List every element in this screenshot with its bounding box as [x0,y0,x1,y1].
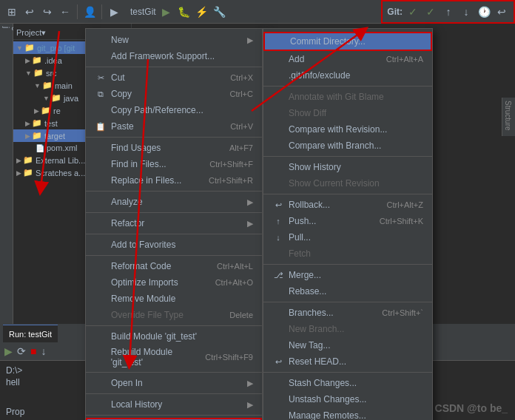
reformat-shortcut: Ctrl+Alt+L [217,262,253,271]
menu-label-new-tag: New Tag... [289,340,330,350]
menu-item-gitignore[interactable]: .git/info/exclude [263,67,432,84]
tree-label-scratches: Scratches a... [36,169,85,177]
menu-item-commit-dir[interactable]: Commit Directory... [263,32,432,51]
refactor-icon [95,217,107,229]
menu-item-pull[interactable]: ↓Pull... [263,229,432,245]
menu-item-compare-branch[interactable]: Compare with Branch... [263,138,432,154]
structure-panel[interactable]: Structure [502,98,515,136]
menu-item-show-history[interactable]: Show History [263,159,432,175]
menu-label-find-usages: Find Usages [111,143,161,153]
tree-arrow-src: ▼ [25,70,32,77]
menu-item-favorites[interactable]: Add to Favorites [86,237,262,253]
menu-label-manage-remotes: Manage Remotes... [289,410,366,420]
menu-item-copy[interactable]: ⧉Copy Ctrl+C [86,86,262,102]
menu-item-open-in[interactable]: Open In ▶ [86,375,262,391]
toolbar-icon-4[interactable]: ← [58,4,73,19]
menu-item-fetch: Fetch [263,245,432,262]
menu-item-new-branch: New Branch... [263,321,432,337]
menu-item-add[interactable]: Add Ctrl+Alt+A [263,51,432,67]
menu-arrow-open-in: ▶ [247,379,253,388]
folder-icon-test: 📁 [32,118,42,128]
git-icon-2[interactable]: ✓ [423,4,438,19]
local-history-icon [95,399,107,410]
menu-label-copy: Copy [111,89,132,99]
menu-item-new-tag[interactable]: New Tag... [263,337,432,353]
menu-item-replace-files[interactable]: Replace in Files... Ctrl+Shift+R [86,172,262,189]
menu-item-rebase[interactable]: Rebase... [263,283,432,299]
new-tag-icon [272,339,284,351]
optimize-shortcut: Ctrl+Alt+O [215,278,253,287]
menu-item-local-history[interactable]: Local History ▶ [86,396,262,413]
menu-item-refactor[interactable]: Refactor ▶ [86,215,262,231]
structure-label: Structure [502,98,514,134]
paste-shortcut: Ctrl+V [230,122,253,131]
menu-item-branches[interactable]: Branches... Ctrl+Shift+` [263,305,432,321]
run-icon-4[interactable]: ↓ [41,345,46,357]
folder-icon-src: 📁 [33,68,44,78]
menu-item-new[interactable]: New ▶ [86,32,262,48]
toolbar-icon-1[interactable]: ⊞ [4,4,19,19]
run-tab-run[interactable]: Run: testGit [3,325,58,342]
menu-item-manage-remotes[interactable]: Manage Remotes... [263,407,432,420]
menu-item-build[interactable]: Build Module 'git_test' [86,328,262,345]
git-icon-1[interactable]: ✓ [405,4,420,19]
new-branch-icon [272,323,284,335]
run-play-btn[interactable]: ▶ [4,345,13,357]
replace-files-shortcut: Ctrl+Shift+R [209,176,253,185]
menu-label-reformat: Reformat Code [111,261,171,271]
run-tab-label: Run: [9,330,26,339]
menu-item-push[interactable]: ↑Push... Ctrl+Shift+K [263,213,432,229]
run-stop-btn[interactable]: ■ [30,345,36,357]
menu-label-unstash: Unstash Changes... [289,394,366,404]
favorites-icon [95,239,107,251]
menu-item-reset-head[interactable]: ↩Reset HEAD... [263,353,432,370]
watermark: CSDN @to be_ [435,402,508,414]
menu-label-stash: Stash Changes... [289,378,357,388]
git-icon-6[interactable]: ↩ [494,4,509,19]
menu-item-merge[interactable]: ⎇Merge... [263,267,432,283]
menu-item-paste[interactable]: 📋Paste Ctrl+V [86,118,262,135]
menu-item-remove-module[interactable]: Remove Module [86,291,262,307]
git-icon-3[interactable]: ↑ [441,4,456,19]
menu-label-remove-module: Remove Module [111,294,175,304]
menu-label-copy-path: Copy Path/Reference... [111,105,203,115]
tree-arrow-git-pro: ▼ [16,44,23,52]
context-menu-right: Commit Directory... Add Ctrl+Alt+A .git/… [263,28,433,420]
menu-item-analyze[interactable]: Analyze ▶ [86,194,262,210]
run-icon-2[interactable]: ⟳ [17,345,26,357]
menu-label-show-diff: Show Diff [289,108,326,118]
menu-item-compare-revision[interactable]: Compare with Revision... [263,121,432,138]
folder-icon-main: 📁 [42,81,53,90]
menu-label-rollback: Rollback... [289,200,330,210]
git-icon-5[interactable]: 🕐 [477,4,491,19]
toolbar-icon-3[interactable]: ↪ [40,4,55,19]
menu-label-override: Override File Type [111,310,184,320]
git-icon-4[interactable]: ↓ [459,4,474,19]
toolbar-icon-5[interactable]: 👤 [82,4,97,19]
menu-item-find-files[interactable]: Find in Files... Ctrl+Shift+F [86,156,262,172]
menu-item-reformat[interactable]: Reformat Code Ctrl+Alt+L [86,258,262,274]
toolbar-icon-7[interactable]: 🔧 [212,4,227,19]
toolbar-icon-6[interactable]: ⚡ [195,4,209,19]
menu-item-unstash[interactable]: Unstash Changes... [263,391,432,407]
toolbar-icon-2[interactable]: ↩ [22,4,37,19]
menu-item-framework[interactable]: Add Framework Support... [86,48,262,64]
menu-item-find-usages[interactable]: Find Usages Alt+F7 [86,140,262,156]
toolbar-icon-run-config[interactable]: ▶ [107,4,121,19]
sep-menu-5 [86,234,262,234]
optimize-icon [95,277,107,288]
sep-right-5 [263,302,432,302]
menu-label-rebase: Rebase... [289,286,326,297]
toolbar-run-btn[interactable]: ▶ [159,4,174,19]
tree-label-pom: pom.xml [47,143,78,152]
toolbar-debug-btn[interactable]: 🐛 [177,4,192,19]
menu-item-optimize[interactable]: Optimize Imports Ctrl+Alt+O [86,274,262,291]
menu-item-rebuild[interactable]: Rebuild Module 'git_test' Ctrl+Shift+F9 [86,345,262,370]
menu-label-local-history: Local History [111,399,162,410]
menu-item-stash[interactable]: Stash Changes... [263,375,432,391]
tree-arrow-java: ▼ [43,95,50,102]
menu-item-rollback[interactable]: ↩Rollback... Ctrl+Alt+Z [263,197,432,213]
menu-item-cut[interactable]: ✂Cut Ctrl+X [86,70,262,86]
sep-menu-8 [86,372,262,373]
menu-item-copy-path[interactable]: Copy Path/Reference... [86,102,262,118]
